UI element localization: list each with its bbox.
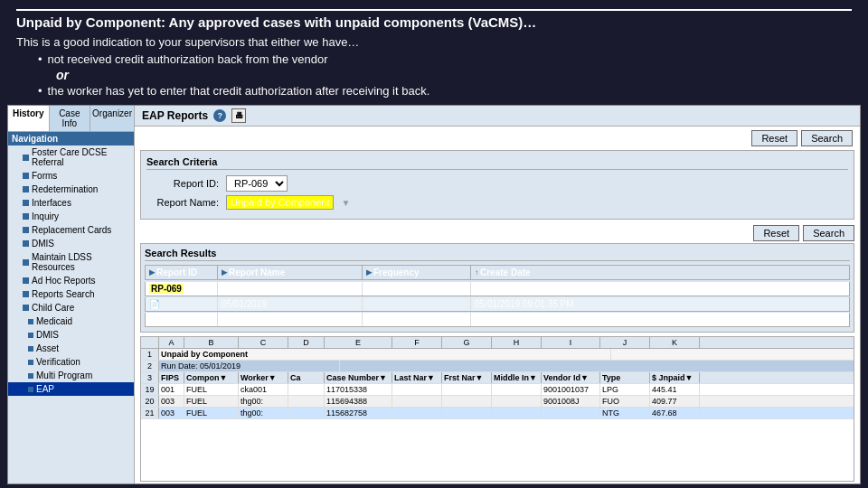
- result-date-1: 05/01/2019: [471, 282, 580, 296]
- reset-button-top[interactable]: Reset: [751, 130, 797, 146]
- col-header-g[interactable]: G: [442, 337, 492, 348]
- ss-cell-21-i[interactable]: [542, 408, 600, 418]
- sidebar-item-redet[interactable]: Redetermination: [8, 183, 134, 196]
- app-area: History Case Info Organizer Navigation F…: [7, 105, 861, 484]
- sidebar-item-forms[interactable]: Forms: [8, 169, 134, 183]
- ss-cell-19-a[interactable]: 001: [159, 384, 184, 395]
- nav-square-icon: [23, 186, 29, 192]
- col-header-e[interactable]: E: [325, 337, 392, 348]
- col-header-h[interactable]: H: [492, 337, 542, 348]
- sidebar-item-replacement[interactable]: Replacement Cards: [8, 223, 134, 237]
- tab-history[interactable]: History: [8, 106, 50, 131]
- tab-case[interactable]: Case Info: [50, 106, 91, 131]
- ss-cell-20-b[interactable]: FUEL: [184, 396, 239, 407]
- ss-header-casenumber: Case Number▼: [325, 372, 392, 383]
- ss-cell-19-g[interactable]: [442, 384, 492, 395]
- ss-cell-21-k[interactable]: 467.68: [650, 408, 700, 418]
- result-name-1: Unpaid by Component: [218, 282, 363, 296]
- col-header-a[interactable]: A: [159, 337, 184, 348]
- ss-cell-19-c[interactable]: cka001: [239, 384, 288, 395]
- ss-cell-20-h[interactable]: [492, 396, 542, 407]
- bullet-list: not received credit authorization back f…: [38, 52, 852, 66]
- sidebar-item-interfaces[interactable]: Interfaces: [8, 196, 134, 210]
- ss-cell-19-b[interactable]: FUEL: [184, 384, 239, 395]
- results-header: ▶ Report ID ▶ Report Name ▶ Frequency ↑ …: [145, 265, 850, 280]
- ss-header-ca: Ca: [288, 372, 325, 383]
- ss-cell-1-a[interactable]: Unpaid by Component: [159, 349, 611, 360]
- col-header-k[interactable]: K: [650, 337, 700, 348]
- nav-label: Navigation: [8, 132, 134, 145]
- ss-cell-21-h[interactable]: [492, 408, 542, 418]
- nav-square-icon: [23, 291, 29, 297]
- result-row-2[interactable]: 📄 05/01/2019 05/01/2019 09:01:35 PM: [145, 297, 850, 312]
- ss-row-1: 1 Unpaid by Component: [141, 349, 854, 361]
- tab-organizer[interactable]: Organizer: [90, 106, 134, 131]
- result-freq-2: [363, 297, 471, 311]
- slide-title: Unpaid by Component: Any approved cases …: [16, 9, 852, 30]
- sidebar-item-ldss[interactable]: Maintain LDSS Resources: [8, 250, 134, 274]
- ss-cell-20-e[interactable]: 115694388: [325, 396, 392, 407]
- sidebar-section: Navigation Foster Care DCSE Referral For…: [8, 132, 134, 396]
- sidebar-item-inquiry[interactable]: Inquiry: [8, 210, 134, 223]
- ss-cell-21-b[interactable]: FUEL: [184, 408, 239, 418]
- report-id-select[interactable]: RP-069: [226, 175, 288, 192]
- result-date-2: 05/01/2019 09:01:35 PM: [471, 297, 580, 311]
- sidebar-item-foster-care[interactable]: Foster Care DCSE Referral: [8, 145, 134, 169]
- bullet-1: not received credit authorization back f…: [38, 52, 852, 66]
- ss-cell-19-h[interactable]: [492, 384, 542, 395]
- ss-cell-19-f[interactable]: [392, 384, 442, 395]
- sidebar-item-adhoc[interactable]: Ad Hoc Reports: [8, 274, 134, 287]
- sidebar-item-asset[interactable]: Asset: [8, 342, 134, 355]
- result-row-3[interactable]: 04/30/2019 04/30/2019 09:01:41 PM: [145, 313, 850, 327]
- sidebar-item-dmis[interactable]: DMIS: [8, 237, 134, 250]
- ss-cell-19-j[interactable]: LPG: [600, 384, 650, 395]
- ss-cell-21-f[interactable]: [392, 408, 442, 418]
- search-button-bottom[interactable]: Search: [803, 225, 854, 241]
- sidebar-item-multi[interactable]: Multi Program: [8, 369, 134, 382]
- reset-button-bottom[interactable]: Reset: [753, 225, 799, 241]
- sidebar-item-medicaid[interactable]: Medicaid: [8, 314, 134, 328]
- ss-cell-2-a[interactable]: Run Date: 05/01/2019: [159, 361, 340, 371]
- eap-title: EAP Reports: [142, 109, 208, 122]
- sidebar-item-reports-search[interactable]: Reports Search: [8, 287, 134, 301]
- print-icon[interactable]: 🖶: [231, 108, 246, 123]
- ss-cell-21-e[interactable]: 115682758: [325, 408, 392, 418]
- ss-cell-19-e[interactable]: 117015338: [325, 384, 392, 395]
- col-header-j[interactable]: J: [600, 337, 650, 348]
- col-header-d[interactable]: D: [288, 337, 325, 348]
- sidebar-item-eap[interactable]: EAP: [8, 382, 134, 396]
- sort-arrow-icon: ▶: [222, 268, 227, 277]
- ss-cell-20-a[interactable]: 003: [159, 396, 184, 407]
- ss-cell-20-d[interactable]: [288, 396, 325, 407]
- sidebar-item-child-care[interactable]: Child Care: [8, 301, 134, 314]
- ss-cell-21-g[interactable]: [442, 408, 492, 418]
- sidebar-item-verification[interactable]: Verification: [8, 355, 134, 369]
- col-header-b[interactable]: B: [184, 337, 239, 348]
- help-icon[interactable]: ?: [213, 109, 226, 122]
- ss-cell-19-d[interactable]: [288, 384, 325, 395]
- col-header-c[interactable]: C: [239, 337, 288, 348]
- nav-square-icon: [28, 360, 33, 365]
- ss-cell-19-i[interactable]: 9001001037: [542, 384, 600, 395]
- ss-cell-20-j[interactable]: FUO: [600, 396, 650, 407]
- col-header-i[interactable]: I: [542, 337, 600, 348]
- sidebar-item-dmis2[interactable]: DMIS: [8, 328, 134, 342]
- col-header-f[interactable]: F: [392, 337, 442, 348]
- nav-square-icon: [28, 373, 33, 379]
- result-row-1[interactable]: RP-069 Unpaid by Component Daily 05/01/2…: [145, 282, 850, 296]
- ss-cell-20-g[interactable]: [442, 396, 492, 407]
- result-name-2: 05/01/2019: [218, 297, 363, 311]
- ss-cell-20-f[interactable]: [392, 396, 442, 407]
- rp-link[interactable]: RP-069: [149, 284, 184, 294]
- ss-cell-21-c[interactable]: thg00:: [239, 408, 288, 418]
- ss-cell-21-a[interactable]: 003: [159, 408, 184, 418]
- ss-cell-19-k[interactable]: 445.41: [650, 384, 700, 395]
- ss-cell-20-c[interactable]: thg00:: [239, 396, 288, 407]
- or-text: or: [56, 68, 852, 82]
- search-button-top[interactable]: Search: [801, 130, 853, 146]
- ss-row-20: 20 003 FUEL thg00: 115694388 9001008J FU…: [141, 396, 854, 408]
- ss-cell-21-j[interactable]: NTG: [600, 408, 650, 418]
- ss-cell-20-k[interactable]: 409.77: [650, 396, 700, 407]
- ss-cell-20-i[interactable]: 9001008J: [542, 396, 600, 407]
- ss-cell-21-d[interactable]: [288, 408, 325, 418]
